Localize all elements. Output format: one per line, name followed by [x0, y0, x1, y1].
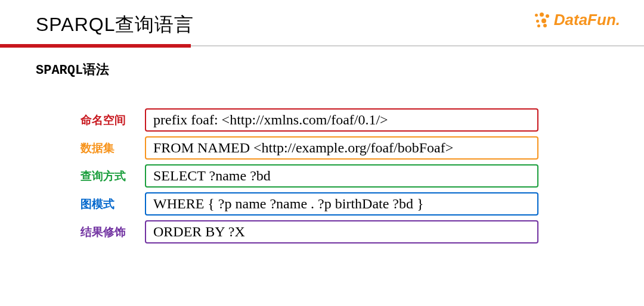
box-dataset: FROM NAMED <http://example.org/foaf/bobF… — [145, 136, 538, 160]
box-namespace: prefix foaf: <http://xmlns.com/foaf/0.1/… — [145, 108, 538, 132]
row-dataset: 数据集 FROM NAMED <http://example.org/foaf/… — [80, 136, 602, 160]
box-modifier: ORDER BY ?X — [145, 220, 538, 243]
box-pattern: WHERE { ?p name ?name . ?p birthDate ?bd… — [145, 192, 538, 216]
label-modifier: 结果修饰 — [80, 224, 134, 240]
red-underline — [0, 44, 191, 48]
label-namespace: 命名空间 — [80, 113, 134, 128]
title-underline — [0, 44, 644, 46]
logo-icon — [534, 13, 552, 28]
syntax-content: 命名空间 prefix foaf: <http://xmlns.com/foaf… — [0, 79, 644, 243]
page-title: SPARQL查询语言 — [36, 12, 608, 38]
row-modifier: 结果修饰 ORDER BY ?X — [80, 220, 602, 243]
row-namespace: 命名空间 prefix foaf: <http://xmlns.com/foaf… — [80, 108, 602, 132]
label-dataset: 数据集 — [80, 140, 134, 156]
subtitle: SPARQL语法 — [0, 46, 644, 79]
row-query: 查询方式 SELECT ?name ?bd — [80, 164, 602, 188]
logo-text: DataFun. — [554, 11, 620, 29]
label-query: 查询方式 — [80, 168, 134, 184]
row-pattern: 图模式 WHERE { ?p name ?name . ?p birthDate… — [80, 192, 602, 216]
slide-header: SPARQL查询语言 DataFun. — [0, 0, 644, 38]
label-pattern: 图模式 — [80, 196, 134, 212]
logo: DataFun. — [534, 11, 620, 29]
gray-underline — [191, 45, 644, 46]
box-query: SELECT ?name ?bd — [145, 164, 538, 188]
